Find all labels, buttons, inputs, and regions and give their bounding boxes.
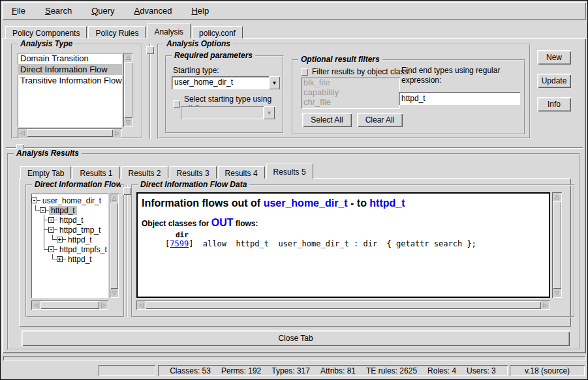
- starting-type-value[interactable]: user_home_dir_t: [172, 76, 269, 89]
- scroll-down-icon[interactable]: ▽: [124, 118, 132, 126]
- scroll-left-icon[interactable]: ◁: [32, 301, 40, 309]
- tab-results-2[interactable]: Results 2: [121, 166, 168, 179]
- pane-sash-handle[interactable]: [146, 46, 154, 54]
- new-button[interactable]: New: [537, 50, 571, 65]
- tree-hscroll[interactable]: ◁ ▷: [31, 300, 108, 310]
- tree-row[interactable]: - user_home_dir_t: [31, 196, 108, 205]
- menu-help[interactable]: Help: [181, 3, 219, 19]
- info-button[interactable]: Info: [537, 97, 571, 111]
- flow-tree-frame: Direct Information Flow T - user_home_di…: [25, 184, 125, 317]
- tree-vscroll[interactable]: △ ▽: [110, 194, 119, 298]
- tab-policy-conf[interactable]: policy.conf: [192, 26, 243, 38]
- tree-row[interactable]: - httpd_t: [31, 215, 108, 225]
- scroll-thumb[interactable]: [146, 301, 541, 309]
- tree-expander-icon[interactable]: -: [40, 207, 46, 213]
- results-sash-handle[interactable]: [123, 187, 131, 195]
- stat-types: Types: 317: [271, 366, 310, 375]
- list-item[interactable]: Transitive Information Flow: [18, 75, 122, 86]
- scroll-right-icon[interactable]: ▷: [99, 301, 108, 309]
- data-hscroll[interactable]: ◁ ▷: [136, 300, 550, 310]
- tab-results-5[interactable]: Results 5: [266, 164, 313, 179]
- tree-expander-icon[interactable]: -: [48, 217, 54, 223]
- clear-all-button[interactable]: Clear All: [357, 113, 403, 127]
- flow-header: Information flows out of user_home_dir_t…: [142, 197, 545, 209]
- end-type-text: httpd_t: [369, 197, 405, 209]
- scroll-down-icon[interactable]: ▽: [553, 289, 561, 297]
- attrib-checkbox[interactable]: [173, 100, 180, 108]
- rule-id-link[interactable]: 7599: [170, 239, 189, 248]
- tab-results-4[interactable]: Results 4: [218, 166, 265, 179]
- scroll-up-icon[interactable]: △: [124, 53, 132, 62]
- tree-row[interactable]: + httpd_t: [31, 235, 108, 244]
- scroll-left-icon[interactable]: ◁: [18, 129, 27, 137]
- analysis-type-vscroll[interactable]: △ ▽: [123, 53, 133, 127]
- results-sash-vertical[interactable]: [127, 184, 128, 317]
- scroll-right-icon[interactable]: ▷: [541, 301, 549, 309]
- analysis-type-title: Analysis Type: [18, 39, 75, 48]
- object-class-checkbox-row[interactable]: Filter results by object class:: [301, 67, 410, 76]
- object-class-checkbox[interactable]: [301, 68, 308, 76]
- select-all-button[interactable]: Select All: [302, 113, 352, 127]
- tree-row[interactable]: - httpd_tmp_t: [31, 225, 108, 235]
- scroll-thumb[interactable]: [110, 203, 118, 289]
- tree-expander-icon[interactable]: +: [57, 256, 63, 262]
- scroll-thumb[interactable]: [27, 129, 113, 137]
- tree-expander-icon[interactable]: +: [57, 237, 63, 242]
- status-strip: [3, 356, 585, 360]
- tree-expander-icon[interactable]: -: [31, 197, 37, 203]
- analysis-type-hscroll[interactable]: ◁ ▷: [18, 128, 122, 138]
- flow-tree[interactable]: - user_home_dir_t - httpd_t - httpd_t - …: [31, 194, 108, 298]
- tree-row[interactable]: - httpd_t: [31, 205, 108, 215]
- tree-row[interactable]: - httpd_tmpfs_t: [31, 244, 108, 254]
- tab-results-1[interactable]: Results 1: [72, 166, 119, 179]
- stat-te-rules: TE rules: 2625: [366, 366, 417, 375]
- scroll-left-icon[interactable]: ◁: [137, 301, 146, 309]
- scroll-down-icon[interactable]: ▽: [110, 289, 118, 297]
- tree-expander-icon[interactable]: -: [48, 227, 54, 233]
- tree-node-label[interactable]: httpd_t: [66, 235, 94, 244]
- scroll-thumb[interactable]: [40, 301, 99, 309]
- optional-result-filters-frame: Optional result filters Filter results b…: [292, 59, 525, 135]
- tab-policy-components[interactable]: Policy Components: [5, 26, 87, 38]
- pane-sash-vertical[interactable]: [149, 44, 151, 139]
- update-button[interactable]: Update: [537, 74, 571, 88]
- flow-tree-title: Direct Information Flow T: [32, 180, 121, 189]
- menu-file[interactable]: File: [2, 3, 35, 19]
- data-vscroll[interactable]: △ ▽: [552, 192, 562, 298]
- tree-expander-icon[interactable]: -: [48, 246, 54, 252]
- tab-policy-rules[interactable]: Policy Rules: [88, 26, 146, 38]
- required-parameters-title: Required parameters: [172, 51, 255, 60]
- menu-advanced[interactable]: Advanced: [125, 3, 182, 19]
- tree-node-label[interactable]: httpd_tmp_t: [57, 226, 102, 235]
- regex-input[interactable]: httpd_t: [399, 92, 520, 105]
- optional-result-filters-title: Optional result filters: [298, 55, 382, 64]
- tree-node-label[interactable]: httpd_t: [66, 255, 94, 264]
- scroll-thumb[interactable]: [553, 201, 561, 289]
- starting-type-combobox[interactable]: user_home_dir_t ▼: [172, 76, 280, 89]
- policy-stats-panel: Classes: 53 Perms: 192 Types: 317 Attrib…: [158, 365, 508, 376]
- list-item-selected[interactable]: Direct Information Flow: [18, 64, 122, 75]
- close-tab-button[interactable]: Close Tab: [22, 330, 570, 346]
- attrib-value: [181, 106, 264, 119]
- scroll-up-icon[interactable]: △: [553, 193, 561, 201]
- dropdown-arrow-icon[interactable]: ▼: [269, 76, 280, 89]
- flow-data-text[interactable]: Information flows out of user_home_dir_t…: [136, 192, 550, 298]
- menu-search[interactable]: Search: [35, 3, 82, 19]
- analysis-type-list[interactable]: Domain Transition Direct Information Flo…: [18, 53, 122, 127]
- tree-node-label[interactable]: httpd_tmpfs_t: [57, 245, 108, 254]
- tab-analysis[interactable]: Analysis: [147, 23, 191, 38]
- tab-results-3[interactable]: Results 3: [170, 166, 217, 179]
- tree-node-label[interactable]: user_home_dir_t: [40, 196, 103, 205]
- list-item[interactable]: Domain Transition: [18, 53, 122, 64]
- tab-empty[interactable]: Empty Tab: [20, 166, 71, 179]
- tree-row[interactable]: + httpd_t: [31, 254, 108, 264]
- list-item-disabled: chr_file: [301, 97, 400, 107]
- stat-roles: Roles: 4: [427, 366, 456, 375]
- tree-node-label-selected[interactable]: httpd_t: [49, 206, 77, 215]
- scroll-right-icon[interactable]: ▷: [113, 129, 121, 137]
- scroll-up-icon[interactable]: △: [110, 194, 118, 203]
- pane-sash-horizontal[interactable]: [6, 147, 583, 149]
- tree-node-label[interactable]: httpd_t: [57, 216, 85, 225]
- menu-query[interactable]: Query: [82, 3, 124, 19]
- scroll-thumb[interactable]: [124, 62, 132, 118]
